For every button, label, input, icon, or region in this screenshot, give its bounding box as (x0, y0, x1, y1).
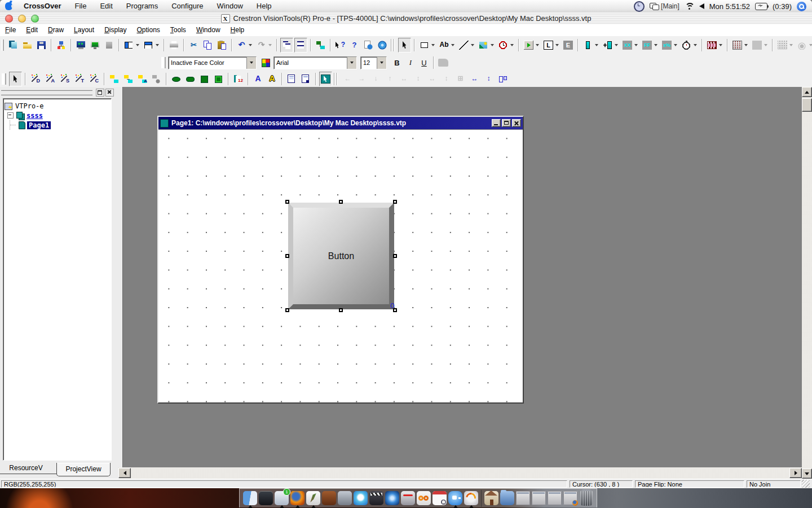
gauge-tool-icon[interactable] (581, 38, 600, 52)
tab-resource-view[interactable]: ResourceV (0, 463, 59, 474)
scroll-right-icon[interactable] (789, 468, 802, 478)
new-project-icon[interactable] (7, 38, 20, 52)
rectangle-tool-icon[interactable] (418, 38, 436, 52)
mac-menu-item-help[interactable]: Help (250, 0, 279, 12)
print-icon[interactable] (167, 38, 180, 52)
dropdown-arrow-icon[interactable] (431, 44, 435, 46)
page-panel-icon[interactable] (122, 38, 141, 52)
combo-dropdown-icon[interactable] (347, 57, 356, 69)
dropdown-arrow-icon[interactable] (451, 44, 454, 46)
mail-dock-icon[interactable]: 1 (274, 489, 289, 507)
clock-tool-icon[interactable] (497, 38, 515, 52)
subpage-panel-icon[interactable] (142, 38, 161, 52)
tree-page-label[interactable]: Page1 (27, 121, 51, 129)
app-menu-item-options[interactable]: Options (131, 24, 165, 36)
tab-project-view[interactable]: ProjectView (56, 463, 111, 476)
resize-handle-nw[interactable] (285, 200, 289, 204)
toolbar-grip[interactable] (2, 73, 6, 85)
legend-tool-icon[interactable]: L (542, 38, 561, 52)
gray-properties-icon[interactable] (150, 72, 163, 86)
subpage-setup-icon[interactable] (299, 72, 312, 86)
save-icon[interactable] (35, 38, 48, 52)
page-minimize-icon[interactable] (492, 119, 501, 127)
dropdown-arrow-icon[interactable] (510, 44, 514, 46)
percent-display-icon[interactable]: x% (660, 38, 679, 52)
font-size-combobox[interactable]: 12 (360, 56, 387, 69)
app-menu-item-display[interactable]: Display (99, 24, 131, 36)
apply-properties-icon[interactable] (122, 72, 135, 86)
keypad-tool-icon[interactable] (731, 38, 749, 52)
dropdown-arrow-icon[interactable] (789, 44, 793, 46)
dropdown-arrow-icon[interactable] (595, 44, 598, 46)
itunes-dock-icon[interactable] (353, 489, 368, 507)
volume-icon[interactable] (699, 0, 704, 12)
dropdown-arrow-icon[interactable] (136, 44, 139, 46)
resize-handle-ne[interactable] (393, 200, 397, 204)
square-button-style-icon[interactable] (198, 72, 211, 86)
page-grid-surface[interactable]: Button 0 (158, 129, 523, 402)
alarm-clock-icon[interactable] (634, 0, 645, 12)
app-menu-item-edit[interactable]: Edit (21, 24, 43, 36)
dropdown-arrow-icon[interactable] (694, 44, 697, 46)
dropdown-arrow-icon[interactable] (719, 44, 722, 46)
finder-dock-icon[interactable] (242, 489, 258, 507)
slider-tool-icon[interactable] (601, 38, 620, 52)
menu-clock[interactable]: Mon 5:51:52 (709, 2, 750, 11)
battery-icon[interactable] (755, 0, 767, 12)
panel-maximize-icon[interactable] (96, 89, 104, 97)
zoom-traffic-light[interactable] (31, 15, 39, 23)
edit-box-tool-icon[interactable]: E (562, 38, 575, 52)
app-menu-item-tools[interactable]: Tools (165, 24, 191, 36)
trash-dock-icon[interactable] (579, 489, 594, 507)
undo-icon[interactable]: ↶ (235, 38, 254, 52)
underline-button[interactable]: U (418, 56, 430, 69)
text-editor-dock-icon[interactable] (306, 489, 321, 507)
mac-menu-item-edit[interactable]: Edit (93, 0, 119, 12)
text-tool-icon[interactable]: Ab (438, 38, 456, 52)
italic-button[interactable]: I (404, 56, 417, 69)
subpage-layout-icon[interactable] (496, 72, 509, 86)
resize-handle-s[interactable] (339, 308, 343, 312)
rounded-button-style-icon[interactable] (184, 72, 197, 86)
dropdown-arrow-icon[interactable] (809, 44, 812, 46)
join-numbers-icon[interactable]: 12 (232, 72, 245, 86)
image-tool-icon[interactable] (477, 38, 496, 52)
office-dock-icon[interactable] (416, 489, 431, 507)
mac-menu-item-crossover[interactable]: CrossOver (17, 0, 68, 12)
mac-menu-item-file[interactable]: File (68, 0, 93, 12)
font-combobox[interactable]: Arial (273, 56, 357, 69)
imovie-dock-icon[interactable] (369, 489, 384, 507)
project-tree-icon[interactable] (55, 38, 68, 52)
dvd-player-dock-icon[interactable] (385, 489, 400, 507)
page-properties-icon[interactable] (362, 38, 375, 52)
window-title-bar[interactable]: X Crestron VisionTools(R) Pro-e - [TPS-4… (0, 12, 812, 25)
digital-display-icon[interactable]: XX (621, 38, 639, 52)
line-tool-icon[interactable] (457, 38, 476, 52)
arrows-wizard-icon[interactable]: A (43, 72, 57, 86)
design-button[interactable]: Button (288, 203, 394, 309)
paste-icon[interactable] (215, 38, 228, 52)
bold-button[interactable]: B (391, 56, 403, 69)
copy-icon[interactable] (201, 38, 214, 52)
resize-handle-w[interactable] (285, 254, 289, 258)
crossover-dock-icon[interactable] (464, 489, 479, 507)
font-color-icon[interactable]: A (251, 72, 264, 86)
vertical-scrollbar[interactable] (802, 87, 812, 479)
minimized-window-1[interactable] (515, 489, 531, 507)
dropdown-arrow-icon[interactable] (764, 44, 767, 46)
help-icon[interactable]: ? (348, 38, 361, 52)
app-menu-item-file[interactable]: File (0, 24, 21, 36)
dropdown-arrow-icon[interactable] (555, 44, 559, 46)
resize-handle-n[interactable] (339, 200, 343, 204)
dropdown-arrow-icon[interactable] (156, 44, 159, 46)
tree-page-row[interactable]: Page1 (5, 120, 110, 130)
dropdown-arrow-icon[interactable] (654, 44, 657, 46)
tree-project-label[interactable]: ssss (27, 112, 43, 120)
preview-monitor-icon[interactable] (89, 38, 102, 52)
tree-root-row[interactable]: VTPro-e (5, 101, 110, 111)
page-design-window[interactable]: Page1: C:\windows\profiles\crossover\Des… (157, 116, 524, 404)
color-palette-button[interactable] (260, 56, 271, 69)
panel-close-icon[interactable] (105, 89, 114, 97)
open-icon[interactable] (21, 38, 34, 52)
combo-dropdown-icon[interactable] (246, 57, 256, 69)
